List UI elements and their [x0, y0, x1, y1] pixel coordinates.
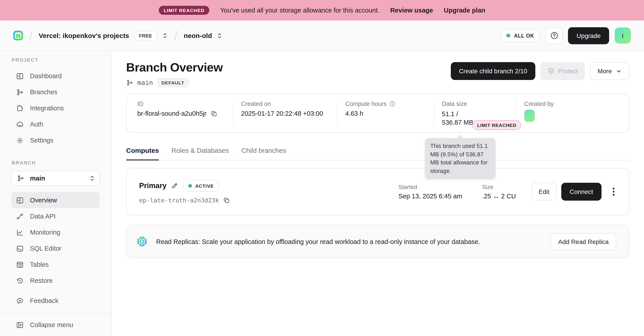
project-name: neon-old [184, 32, 212, 39]
user-avatar[interactable]: I [614, 27, 631, 44]
active-dot-icon [188, 184, 192, 187]
sidebar-item-integrations[interactable]: Integrations [11, 100, 100, 116]
settings-gear-icon [16, 136, 24, 144]
copy-icon[interactable] [223, 197, 230, 204]
branch-tabs: Computes Roles & Databases Child branche… [126, 147, 629, 160]
compute-status-badge: ACTIVE [183, 180, 219, 192]
neon-logo[interactable] [13, 30, 23, 41]
size-value: .25 ↔ 2 CU [482, 193, 531, 200]
tables-icon [16, 261, 24, 268]
create-child-branch-button[interactable]: Create child branch 2/10 [451, 62, 535, 80]
compute-name: Primary [139, 181, 166, 190]
help-button[interactable] [546, 27, 563, 44]
sidebar-item-monitoring[interactable]: Monitoring [11, 224, 100, 240]
sidebar-item-label: Branches [30, 88, 58, 96]
compute-hours-value: 4.63 h [345, 110, 363, 117]
sidebar-item-dashboard[interactable]: Dashboard [11, 68, 100, 84]
compute-identity: Primary ACTIVE ep-late-truth-a2n3d23k [139, 180, 398, 204]
chevron-updown-icon [89, 175, 95, 181]
top-header: / Vercel: ikopenkov's projects FREE / ne… [0, 20, 644, 51]
sidebar-item-label: Restore [30, 277, 53, 284]
data-api-icon [16, 212, 24, 220]
created-on-label: Created on [241, 100, 331, 107]
project-selector[interactable]: neon-old [184, 32, 223, 39]
chevron-down-icon [616, 68, 622, 74]
collapse-menu-label: Collapse menu [30, 321, 73, 329]
compute-kebab-menu[interactable] [609, 185, 618, 198]
storage-limit-banner: LIMIT REACHED You've used all your stora… [0, 0, 644, 20]
limit-reached-pill: LIMIT REACHED [472, 120, 521, 130]
copy-icon[interactable] [211, 110, 217, 117]
system-status-pill[interactable]: ALL OK [500, 29, 540, 42]
branch-overview-content: Branch Overview main DEFAULT Create chil… [112, 51, 644, 258]
sidebar-item-label: Overview [30, 197, 57, 204]
sidebar-item-data-api[interactable]: Data API [11, 208, 100, 224]
storage-tooltip: This branch used 51.1 MB (9.5%) of 536.8… [425, 138, 496, 179]
data-size-label: Data size [442, 100, 510, 107]
question-mark-icon [550, 31, 558, 40]
connect-button[interactable]: Connect [561, 183, 602, 201]
limit-reached-badge: LIMIT REACHED [159, 6, 210, 15]
edit-compute-button[interactable]: Edit [531, 183, 557, 201]
review-usage-link[interactable]: Review usage [390, 7, 433, 14]
compute-started-col: Started Sep 13, 2025 6:45 am [398, 184, 482, 200]
project-section-label: PROJECT [12, 57, 111, 62]
sql-editor-icon [16, 245, 24, 252]
edit-pencil-icon[interactable] [172, 182, 178, 189]
sidebar-item-branches[interactable]: Branches [11, 84, 100, 100]
collapse-panel-icon [16, 321, 24, 329]
compute-size-col: Size .25 ↔ 2 CU [482, 184, 531, 200]
tab-child-branches[interactable]: Child branches [242, 147, 286, 160]
data-size-value: 51.1 / 536.87 MB [442, 110, 474, 126]
info-col-created-by: Created by [516, 100, 629, 126]
sidebar-item-feedback[interactable]: Feedback [11, 293, 100, 309]
more-label: More [598, 67, 612, 75]
current-branch-name: main [137, 79, 153, 86]
compute-status-text: ACTIVE [195, 183, 214, 188]
upgrade-button[interactable]: Upgrade [568, 27, 609, 44]
default-badge: DEFAULT [157, 78, 189, 87]
collapse-menu-button[interactable]: Collapse menu [0, 313, 111, 336]
add-read-replica-button[interactable]: Add Read Replica [550, 233, 616, 250]
neon-console: LIMIT REACHED You've used all your stora… [0, 0, 644, 336]
branches-icon [16, 88, 24, 96]
sidebar-item-label: SQL Editor [30, 245, 62, 252]
auth-icon [16, 120, 24, 128]
tab-roles-databases[interactable]: Roles & Databases [172, 147, 229, 160]
monitoring-icon [16, 229, 24, 236]
info-col-data-size: Data size 51.1 / 536.87 MB LIMIT REACHED [434, 100, 516, 126]
sidebar-item-sql-editor[interactable]: SQL Editor [11, 240, 100, 257]
started-value: Sep 13, 2025 6:45 am [398, 193, 482, 200]
more-button[interactable]: More [590, 62, 629, 80]
branch-info-card: ID br-floral-sound-a2u0h5jr Created on 2… [126, 93, 629, 133]
protect-button[interactable]: Protect [540, 62, 585, 80]
sidebar-item-label: Monitoring [30, 229, 60, 236]
sidebar-item-label: Auth [30, 121, 44, 128]
tab-computes[interactable]: Computes [126, 147, 159, 160]
compute-hours-label: Compute hours [345, 100, 386, 107]
branch-selector[interactable]: main [11, 171, 100, 186]
plan-badge: FREE [134, 31, 158, 40]
sidebar-item-restore[interactable]: Restore [11, 273, 100, 289]
created-on-value: 2025-01-17 20:22:48 +03:00 [241, 110, 323, 117]
chevron-updown-icon[interactable] [216, 32, 223, 39]
protect-label: Protect [558, 67, 578, 75]
sidebar-item-auth[interactable]: Auth [11, 116, 100, 132]
restore-clock-icon [16, 277, 24, 284]
size-label: Size [482, 184, 531, 190]
id-label: ID [137, 100, 227, 107]
info-col-id: ID br-floral-sound-a2u0h5jr [126, 100, 233, 126]
created-by-avatar[interactable] [524, 109, 535, 122]
info-icon[interactable] [390, 101, 396, 107]
read-replica-banner: Read Replicas: Scale your application by… [126, 225, 629, 258]
sidebar-item-tables[interactable]: Tables [11, 257, 100, 273]
chevron-updown-icon[interactable] [162, 32, 168, 39]
feedback-icon [16, 297, 24, 305]
sidebar-item-overview[interactable]: Overview [11, 192, 100, 208]
sidebar-item-label: Dashboard [30, 72, 62, 79]
branch-selector-value: main [30, 175, 45, 182]
started-label: Started [398, 184, 482, 190]
sidebar-item-settings[interactable]: Settings [11, 132, 100, 148]
org-selector[interactable]: Vercel: ikopenkov's projects FREE [39, 31, 168, 40]
upgrade-plan-link[interactable]: Upgrade plan [444, 7, 485, 14]
